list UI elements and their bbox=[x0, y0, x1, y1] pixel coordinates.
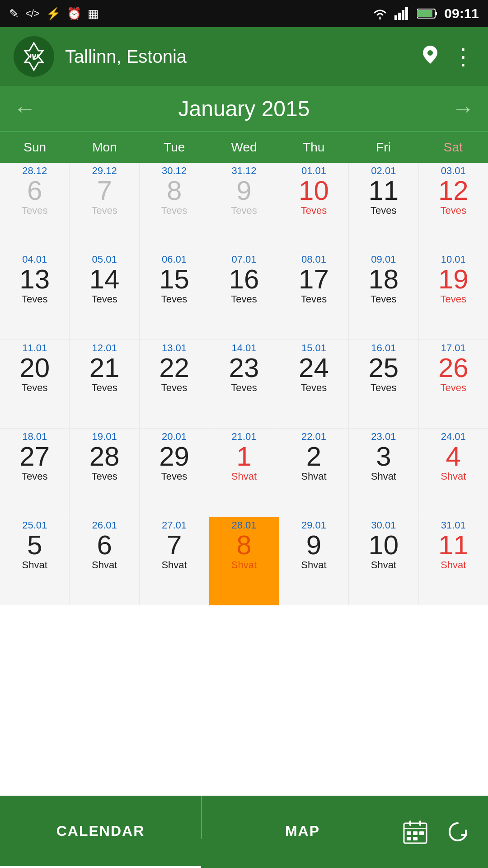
day-number: 15 bbox=[159, 264, 189, 294]
cal-cell[interactable]: 26.016Shvat bbox=[70, 517, 139, 605]
day-number: 21 bbox=[89, 353, 120, 383]
cal-cell[interactable]: 01.0110Teves bbox=[279, 163, 348, 251]
code-icon: </> bbox=[25, 8, 40, 19]
cal-cell[interactable]: 19.0128Teves bbox=[70, 429, 139, 517]
cal-cell[interactable]: 08.0117Teves bbox=[279, 251, 348, 340]
gregorian-date: 23.01 bbox=[371, 432, 396, 442]
cal-cell[interactable]: 13.0122Teves bbox=[140, 340, 209, 428]
day-number: 11 bbox=[368, 176, 399, 206]
svg-rect-17 bbox=[419, 831, 424, 835]
hebrew-month: Teves bbox=[22, 294, 47, 304]
calendar-view-icon[interactable] bbox=[403, 820, 427, 844]
cal-cell[interactable]: 20.0129Teves bbox=[140, 429, 209, 517]
cal-cell[interactable]: 22.012Shvat bbox=[279, 429, 348, 517]
cal-cell[interactable]: 03.0112Teves bbox=[419, 163, 488, 251]
gregorian-date: 03.01 bbox=[441, 166, 466, 176]
cal-cell[interactable]: 24.014Shvat bbox=[419, 429, 488, 517]
tab-map[interactable]: MAP bbox=[202, 796, 403, 868]
cal-cell[interactable]: 05.0114Teves bbox=[70, 251, 139, 340]
tab-calendar[interactable]: CALENDAR bbox=[0, 796, 201, 868]
prev-month-button[interactable]: ← bbox=[14, 95, 36, 122]
day-number: 23 bbox=[229, 353, 259, 383]
gregorian-date: 05.01 bbox=[92, 255, 117, 264]
cal-cell[interactable]: 07.0116Teves bbox=[209, 251, 278, 340]
gregorian-date: 09.01 bbox=[371, 255, 396, 264]
hebrew-month: Shvat bbox=[92, 560, 117, 570]
cal-cell[interactable]: 31.129Teves bbox=[209, 163, 278, 251]
cal-cell[interactable]: 25.015Shvat bbox=[0, 517, 69, 605]
gregorian-date: 11.01 bbox=[22, 343, 47, 353]
hebrew-month: Shvat bbox=[371, 472, 396, 481]
day-number: 20 bbox=[19, 353, 50, 383]
day-number: 9 bbox=[306, 530, 321, 560]
cal-cell[interactable]: 30.128Teves bbox=[140, 163, 209, 251]
gregorian-date: 19.01 bbox=[92, 432, 117, 442]
cal-cell[interactable]: 31.0111Shvat bbox=[419, 517, 488, 605]
cal-cell[interactable]: 16.0125Teves bbox=[349, 340, 418, 428]
gregorian-date: 16.01 bbox=[371, 343, 396, 353]
cal-cell[interactable]: 21.011Shvat bbox=[209, 429, 278, 517]
hebrew-month: Shvat bbox=[441, 472, 466, 481]
hebrew-month: Teves bbox=[161, 206, 187, 216]
hebrew-month: Teves bbox=[231, 383, 257, 393]
cal-cell[interactable]: 02.0111Teves bbox=[349, 163, 418, 251]
gregorian-date: 25.01 bbox=[22, 520, 47, 530]
svg-rect-19 bbox=[413, 837, 418, 840]
cal-cell[interactable]: 17.0126Teves bbox=[419, 340, 488, 428]
svg-rect-7 bbox=[418, 10, 432, 17]
cal-cell[interactable]: 10.0119Teves bbox=[419, 251, 488, 340]
clock-icon: ⏰ bbox=[67, 7, 81, 21]
day-number: 29 bbox=[159, 442, 189, 472]
status-bar-right: 09:11 bbox=[372, 6, 479, 21]
cal-cell[interactable]: 14.0123Teves bbox=[209, 340, 278, 428]
cal-cell[interactable]: 09.0118Teves bbox=[349, 251, 418, 340]
cal-cell[interactable]: 28.126Teves bbox=[0, 163, 69, 251]
day-number: 10 bbox=[368, 530, 399, 560]
gregorian-date: 15.01 bbox=[301, 343, 326, 353]
day-header-thu: Thu bbox=[279, 132, 348, 163]
next-month-button[interactable]: → bbox=[452, 95, 474, 122]
cal-cell[interactable]: 30.0110Shvat bbox=[349, 517, 418, 605]
day-number: 7 bbox=[97, 176, 112, 206]
day-number: 18 bbox=[368, 264, 399, 294]
refresh-icon[interactable] bbox=[446, 820, 470, 844]
svg-rect-1 bbox=[398, 13, 401, 20]
cal-cell[interactable]: 12.0121Teves bbox=[70, 340, 139, 428]
cal-cell[interactable]: 18.0127Teves bbox=[0, 429, 69, 517]
gregorian-date: 13.01 bbox=[162, 343, 187, 353]
cal-cell[interactable]: 11.0120Teves bbox=[0, 340, 69, 428]
day-number: 13 bbox=[19, 264, 50, 294]
status-bar-left: ✎ </> ⚡ ⏰ ▦ bbox=[9, 7, 99, 21]
app-logo: שי bbox=[14, 36, 54, 77]
day-number: 14 bbox=[89, 264, 120, 294]
cal-cell[interactable]: 27.017Shvat bbox=[140, 517, 209, 605]
gregorian-date: 28.12 bbox=[22, 166, 47, 176]
more-menu-icon[interactable]: ⋮ bbox=[452, 45, 474, 68]
cal-cell[interactable]: 06.0115Teves bbox=[140, 251, 209, 340]
gregorian-date: 31.01 bbox=[441, 520, 466, 530]
gregorian-date: 26.01 bbox=[92, 520, 117, 530]
hebrew-month: Teves bbox=[161, 383, 187, 393]
day-number: 24 bbox=[299, 353, 329, 383]
day-number: 28 bbox=[89, 442, 120, 472]
gregorian-date: 01.01 bbox=[301, 166, 326, 176]
cal-cell[interactable]: 15.0124Teves bbox=[279, 340, 348, 428]
location-icon[interactable] bbox=[422, 45, 438, 69]
bottom-nav: CALENDAR MAP bbox=[0, 796, 488, 868]
hebrew-month: Teves bbox=[91, 294, 117, 304]
cal-cell[interactable]: 23.013Shvat bbox=[349, 429, 418, 517]
day-header-sun: Sun bbox=[0, 132, 70, 163]
svg-rect-5 bbox=[435, 12, 437, 15]
gregorian-date: 08.01 bbox=[301, 255, 326, 264]
gregorian-date: 29.12 bbox=[92, 166, 117, 176]
day-header-fri: Fri bbox=[348, 132, 418, 163]
cal-cell[interactable]: 28.018Shvat bbox=[209, 517, 278, 605]
cal-cell[interactable]: 29.019Shvat bbox=[279, 517, 348, 605]
day-number: 25 bbox=[368, 353, 399, 383]
cal-cell[interactable]: 29.127Teves bbox=[70, 163, 139, 251]
hebrew-month: Teves bbox=[371, 294, 396, 304]
day-number: 26 bbox=[438, 353, 469, 383]
cal-cell[interactable]: 04.0113Teves bbox=[0, 251, 69, 340]
hebrew-month: Shvat bbox=[371, 560, 396, 570]
gregorian-date: 21.01 bbox=[231, 432, 256, 442]
